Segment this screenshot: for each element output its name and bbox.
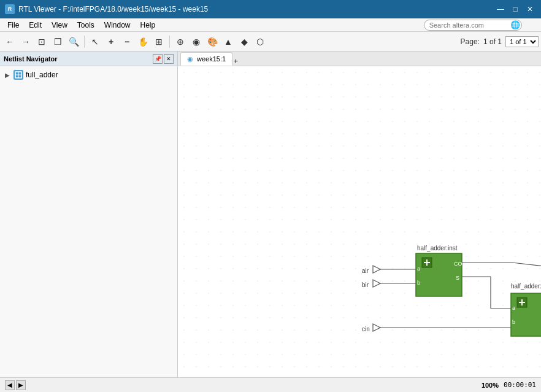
nav-arrows: ◀ ▶: [5, 380, 26, 390]
sidebar-pin-button[interactable]: 📌: [153, 54, 163, 64]
find-button[interactable]: 🔍: [66, 34, 81, 49]
canvas-tabs: ◉ week15:1 +: [178, 52, 541, 66]
color-button[interactable]: 🎨: [205, 34, 220, 49]
search-area: 🌐: [160, 20, 539, 31]
toolbar: ← → ⊡ ❐ 🔍 ↖ + − ✋ ⊞ ⊕ ◉ 🎨 ▲ ◆ ⬡ Page: 1 …: [0, 32, 541, 52]
page-label: Page:: [461, 37, 480, 46]
inst-port-s: S: [456, 275, 459, 281]
tree-item-full-adder[interactable]: ▶ full_adder: [2, 69, 175, 81]
canvas-area: ◉ week15:1 + air bi: [178, 52, 541, 377]
title-bar: R RTL Viewer - F:/intelFPGA/18.0/week15/…: [0, 0, 541, 18]
zoom-level: 100%: [482, 382, 499, 389]
menu-view[interactable]: View: [47, 20, 72, 31]
cin-label: cin: [362, 326, 370, 332]
menu-file[interactable]: File: [2, 20, 24, 31]
tool2-button[interactable]: ⬡: [253, 34, 267, 49]
inst4-port-b: b: [512, 319, 515, 325]
sym-button[interactable]: ◉: [189, 34, 204, 49]
separator-2: [169, 36, 170, 48]
tab-label: week15:1: [197, 55, 226, 63]
page-dropdown[interactable]: 1 of 1: [505, 36, 539, 47]
tree-arrow-icon: ▶: [5, 72, 11, 79]
timer-display: 00:00:01: [504, 381, 536, 389]
select2-button[interactable]: ⊞: [152, 34, 166, 49]
schematic-svg: air bir half_adder:inst: [178, 66, 541, 377]
half-adder-inst4-label: half_adder:inst4: [511, 283, 541, 290]
minimize-button[interactable]: —: [494, 4, 507, 15]
fit-button[interactable]: ⊡: [34, 34, 49, 49]
filter-button[interactable]: ▲: [221, 34, 236, 49]
status-bar: ◀ ▶ 100% 00:00:01: [0, 377, 541, 392]
copy-button[interactable]: ❐: [50, 34, 65, 49]
tree-label-full-adder: full_adder: [26, 71, 58, 79]
zoom-in-button[interactable]: +: [104, 34, 118, 49]
menu-window[interactable]: Window: [99, 20, 136, 31]
tree-component-icon: [13, 70, 23, 80]
select-button[interactable]: ↖: [88, 34, 102, 49]
inst4-port-a: a: [512, 305, 515, 311]
hand-button[interactable]: ✋: [136, 34, 150, 49]
net-button[interactable]: ⊕: [173, 34, 188, 49]
separator-1: [84, 36, 85, 48]
globe-icon: 🌐: [510, 20, 520, 29]
inst-port-b: b: [417, 280, 420, 286]
schematic-canvas[interactable]: air bir half_adder:inst: [178, 66, 541, 377]
close-button[interactable]: ✕: [524, 4, 536, 15]
back-button[interactable]: ←: [2, 34, 17, 49]
window-title: RTL Viewer - F:/intelFPGA/18.0/week15/we…: [18, 5, 494, 13]
app-icon: R: [5, 4, 15, 14]
maximize-button[interactable]: □: [509, 4, 521, 15]
page-value: 1 of 1: [483, 37, 502, 46]
air-label: air: [362, 267, 369, 274]
main-area: Netlist Navigator 📌 ✕ ▶ full_adder: [0, 52, 541, 377]
search-input[interactable]: [424, 20, 522, 31]
inst-port-a: a: [417, 266, 420, 272]
canvas-tab-week15[interactable]: ◉ week15:1: [180, 52, 232, 66]
sidebar-header: Netlist Navigator 📌 ✕: [0, 52, 177, 66]
add-tab-button[interactable]: +: [234, 57, 238, 66]
tab-icon: ◉: [187, 55, 193, 63]
sidebar: Netlist Navigator 📌 ✕ ▶ full_adder: [0, 52, 178, 377]
nav-prev-button[interactable]: ◀: [5, 380, 15, 390]
window-controls: — □ ✕: [494, 4, 536, 15]
menu-help[interactable]: Help: [136, 20, 161, 31]
svg-rect-4: [178, 66, 541, 377]
menu-bar: File Edit View Tools Window Help 🌐: [0, 18, 541, 32]
nav-next-button[interactable]: ▶: [16, 380, 26, 390]
sidebar-close-button[interactable]: ✕: [164, 54, 174, 64]
menu-edit[interactable]: Edit: [24, 20, 47, 31]
zoom-out-button[interactable]: −: [120, 34, 134, 49]
half-adder-inst-label: half_adder:inst: [417, 245, 458, 252]
bir-label: bir: [362, 282, 369, 288]
tool1-button[interactable]: ◆: [237, 34, 251, 49]
sidebar-tree: ▶ full_adder: [0, 66, 177, 377]
forward-button[interactable]: →: [18, 34, 33, 49]
sidebar-title: Netlist Navigator: [4, 55, 153, 63]
inst-port-co: CO: [454, 261, 462, 267]
menu-tools[interactable]: Tools: [72, 20, 99, 31]
sidebar-header-buttons: 📌 ✕: [153, 54, 174, 64]
